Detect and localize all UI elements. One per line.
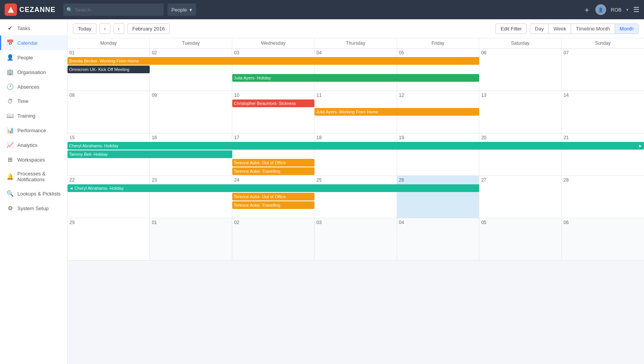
day-num-w4d2: 02 <box>234 220 312 225</box>
add-button[interactable]: ＋ <box>583 5 591 15</box>
sidebar-label-training: Training <box>17 113 35 119</box>
hamburger-menu[interactable]: ☰ <box>633 5 639 14</box>
sidebar-label-processes: Processes & Notifications <box>17 171 62 182</box>
organisation-icon: 🏢 <box>7 69 14 76</box>
sidebar-item-calendar[interactable]: 📅 Calendar <box>0 35 67 50</box>
calendar-content: Today ‹ › February 2016 Edit Filter Day … <box>68 19 644 364</box>
calendar-grid: Monday Tuesday Wednesday Thursday Friday… <box>68 38 644 364</box>
day-num-w0d4: 05 <box>399 50 477 56</box>
cal-cell-w4d2[interactable]: 02 <box>232 218 314 260</box>
header-thursday: Thursday <box>314 38 397 48</box>
week-3: 22232425262728◄ Cheryl Abrahams- Holiday… <box>68 176 644 218</box>
event-row-w1e0[interactable]: Christopher Beaumont- Sickness <box>68 99 644 107</box>
event-row-w2e2[interactable]: Terence Auke- Out of Office <box>68 159 644 167</box>
sidebar-item-processes[interactable]: 🔔 Processes & Notifications <box>0 167 67 186</box>
sidebar-item-tasks[interactable]: ✔ Tasks <box>0 21 67 35</box>
edit-filter-button[interactable]: Edit Filter <box>495 24 527 34</box>
cal-cell-w4d4[interactable]: 04 <box>397 218 479 260</box>
day-num-w0d2: 03 <box>234 50 312 56</box>
sidebar-item-time[interactable]: ⏱ Time <box>0 94 67 108</box>
cal-cell-w4d1[interactable]: 01 <box>150 218 232 260</box>
sidebar-item-training[interactable]: 📖 Training <box>0 108 67 123</box>
svg-rect-2 <box>8 10 13 12</box>
sidebar-item-workspaces[interactable]: ⊞ Workspaces <box>0 152 67 167</box>
calendar-icon: 📅 <box>7 39 14 46</box>
day-num-w3d4: 26 <box>399 177 477 183</box>
week-4: 29010203040506 <box>68 218 644 261</box>
day-num-w4d6: 06 <box>564 220 642 225</box>
main-layout: ✔ Tasks 📅 Calendar 👤 People 🏢 Organisati… <box>0 19 644 364</box>
sidebar-label-system: System Setup <box>17 206 49 211</box>
system-icon: ⚙ <box>7 205 14 212</box>
event-row-w2e1[interactable]: Tammy Bell- Holiday <box>68 150 644 158</box>
day-num-w2d0: 15 <box>69 135 147 140</box>
day-num-w3d0: 22 <box>69 177 147 183</box>
people-dropdown[interactable]: People ▾ <box>167 3 196 16</box>
sidebar-label-lookups: Lookups & Picklists <box>17 191 61 197</box>
sidebar-item-organisation[interactable]: 🏢 Organisation <box>0 65 67 79</box>
day-num-w1d1: 09 <box>152 93 230 98</box>
next-button[interactable]: › <box>113 23 124 34</box>
sidebar-item-analytics[interactable]: 📈 Analytics <box>0 138 67 152</box>
cal-cell-w4d6[interactable]: 06 <box>562 218 644 260</box>
event-row-w2e0[interactable]: Cheryl Abrahams- Holiday► <box>68 142 644 150</box>
event-row-w3e0[interactable]: ◄ Cheryl Abrahams- Holiday <box>68 184 644 192</box>
sidebar-label-analytics: Analytics <box>17 142 37 148</box>
user-menu-chevron[interactable]: ▾ <box>626 7 629 12</box>
view-timeline-month[interactable]: Timeline Month <box>571 24 615 34</box>
day-num-w2d5: 20 <box>481 135 559 140</box>
sidebar-label-tasks: Tasks <box>17 25 30 31</box>
sidebar-item-performance[interactable]: 📊 Performance <box>0 123 67 138</box>
view-day[interactable]: Day <box>530 24 549 34</box>
sidebar-label-performance: Performance <box>17 128 46 133</box>
workspaces-icon: ⊞ <box>7 156 14 163</box>
logo-icon <box>5 3 17 16</box>
sidebar-item-absences[interactable]: 🕐 Absences <box>0 79 67 94</box>
day-num-w2d2: 17 <box>234 135 312 140</box>
events-overlay-w1: Christopher Beaumont- SicknessJulia Ayer… <box>68 99 644 116</box>
cal-cell-w4d0[interactable]: 29 <box>68 218 150 260</box>
event-row-w0e1[interactable]: Omnicrom UK- Kick Off Meeting <box>68 66 644 73</box>
cal-cell-w4d5[interactable]: 05 <box>479 218 561 260</box>
people-dropdown-label: People <box>171 7 187 13</box>
day-num-w0d5: 06 <box>481 50 559 56</box>
header-saturday: Saturday <box>479 38 561 48</box>
today-button[interactable]: Today <box>73 24 96 34</box>
day-num-w4d3: 03 <box>316 220 394 225</box>
sidebar-label-absences: Absences <box>17 84 39 90</box>
day-num-w2d4: 19 <box>399 135 477 140</box>
topnav-right: ＋ 👤 ROB ▾ ☰ <box>583 4 639 15</box>
week-0: 01020304050607Brenda Becker- Working Fro… <box>68 49 644 91</box>
cal-cell-w4d3[interactable]: 03 <box>314 218 397 260</box>
performance-icon: 📊 <box>7 127 14 134</box>
search-input[interactable] <box>75 7 161 13</box>
day-num-w0d3: 04 <box>316 50 394 56</box>
sidebar-item-people[interactable]: 👤 People <box>0 50 67 65</box>
day-num-w3d6: 28 <box>564 177 642 183</box>
avatar: 👤 <box>595 4 606 15</box>
view-week[interactable]: Week <box>549 24 571 34</box>
event-row-w3e1[interactable]: Terence Auke- Out of Office <box>68 193 644 201</box>
calendar-toolbar: Today ‹ › February 2016 Edit Filter Day … <box>68 19 644 38</box>
view-month[interactable]: Month <box>615 24 638 34</box>
event-row-w0e0[interactable]: Brenda Becker- Working From Home <box>68 57 644 65</box>
logo-text: CEZANNE <box>19 6 56 14</box>
day-num-w1d5: 13 <box>481 93 559 98</box>
logo: CEZANNE <box>5 3 56 16</box>
sidebar-item-system[interactable]: ⚙ System Setup <box>0 201 67 216</box>
day-num-w4d5: 05 <box>481 220 559 225</box>
sidebar-item-lookups[interactable]: 🔍 Lookups & Picklists <box>0 186 67 201</box>
search-icon: 🔍 <box>66 7 73 13</box>
header-monday: Monday <box>68 38 150 48</box>
event-row-w1e1[interactable]: Julia Ayers- Working From Home <box>68 108 644 116</box>
events-overlay-w2: Cheryl Abrahams- Holiday►Tammy Bell- Hol… <box>68 142 644 176</box>
prev-button[interactable]: ‹ <box>100 23 110 34</box>
event-row-w0e2[interactable]: Julia Ayers- Holiday <box>68 74 644 82</box>
search-box[interactable]: 🔍 <box>63 3 164 16</box>
day-num-w2d3: 18 <box>316 135 394 140</box>
event-row-w3e2[interactable]: Terence Auke- Travelling <box>68 201 644 209</box>
day-num-w2d6: 21 <box>564 135 642 140</box>
event-row-w2e3[interactable]: Terence Auke- Travelling <box>68 167 644 175</box>
day-num-w4d1: 01 <box>152 220 230 225</box>
week-2: 15161718192021Cheryl Abrahams- Holiday►T… <box>68 133 644 176</box>
